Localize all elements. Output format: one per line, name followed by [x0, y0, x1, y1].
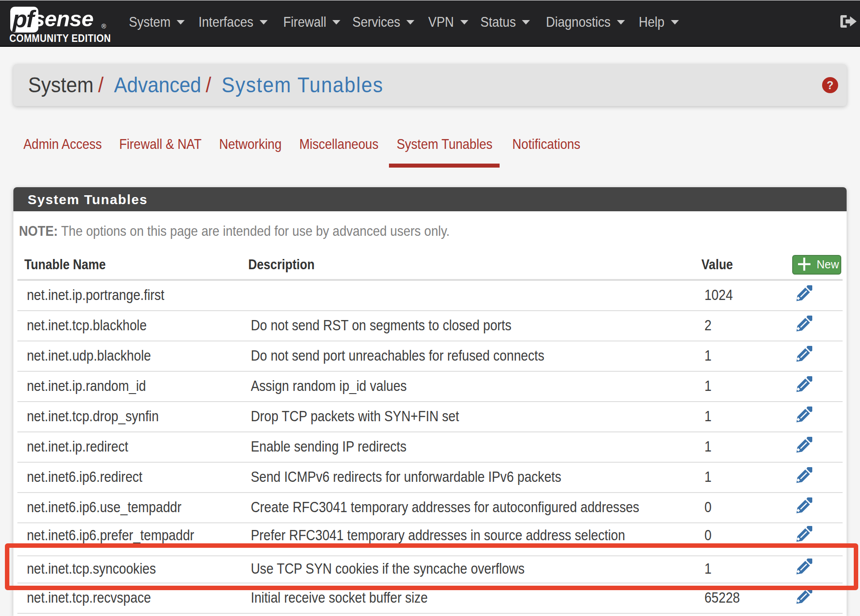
svg-text:?: ?: [827, 78, 833, 91]
